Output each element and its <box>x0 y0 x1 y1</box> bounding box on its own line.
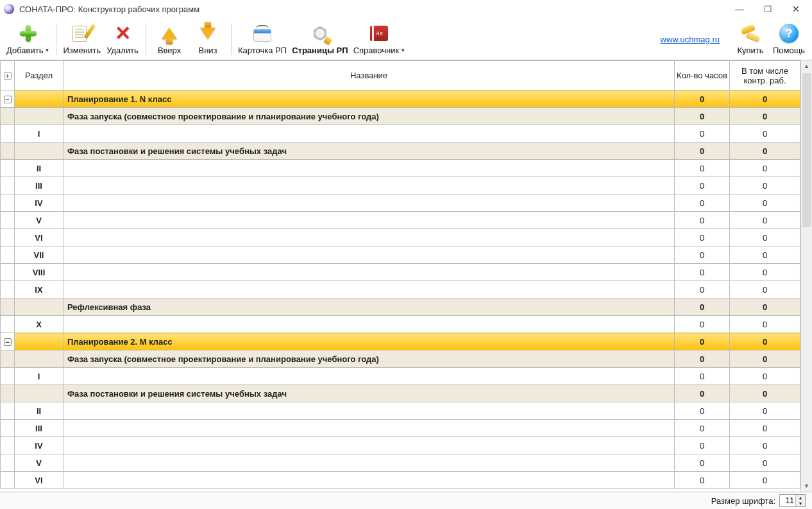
name-cell[interactable] <box>63 177 675 194</box>
add-button[interactable]: Добавить▼ <box>4 21 52 58</box>
table-row[interactable]: I00 <box>1 368 800 385</box>
hours-cell[interactable]: 0 <box>675 402 730 420</box>
table-row[interactable]: Фаза запуска (совместное проектирование … <box>1 350 800 368</box>
name-cell[interactable] <box>63 264 675 281</box>
name-cell[interactable] <box>63 472 675 489</box>
table-row[interactable]: II00 <box>1 160 800 177</box>
hours-cell[interactable]: 0 <box>675 142 730 160</box>
scroll-thumb[interactable] <box>802 73 811 227</box>
col-name[interactable]: Название <box>63 61 675 91</box>
scroll-up-arrow-icon[interactable]: ▲ <box>801 60 812 72</box>
hours-cell[interactable]: 0 <box>675 108 730 125</box>
hours-cell[interactable]: 0 <box>675 194 730 212</box>
name-cell[interactable]: Фаза постановки и решения системы учебны… <box>63 385 675 402</box>
hours-cell[interactable]: 0 <box>675 281 730 298</box>
col-hours[interactable]: Кол-во часов <box>675 61 730 91</box>
buy-button[interactable]: Купить <box>731 21 770 58</box>
kontrol-cell[interactable]: 0 <box>730 402 800 420</box>
kontrol-cell[interactable]: 0 <box>730 194 800 212</box>
kontrol-cell[interactable]: 0 <box>730 350 800 368</box>
hours-cell[interactable]: 0 <box>675 454 730 472</box>
hours-cell[interactable]: 0 <box>675 212 730 229</box>
name-cell[interactable]: Планирование 2. M класс <box>63 333 675 350</box>
expand-cell[interactable]: − <box>1 333 15 350</box>
table-row[interactable]: IX00 <box>1 281 800 298</box>
table-row[interactable]: −Планирование 1. N класс00 <box>1 91 800 108</box>
planning-table[interactable]: + Раздел Название Кол-во часов В том чис… <box>0 60 800 489</box>
name-cell[interactable] <box>63 125 675 142</box>
font-size-spinner[interactable]: ▲ ▼ <box>779 494 806 507</box>
col-kontrol[interactable]: В том числе контр. раб. <box>730 61 800 91</box>
table-row[interactable]: V00 <box>1 212 800 229</box>
name-cell[interactable] <box>63 194 675 212</box>
kontrol-cell[interactable]: 0 <box>730 333 800 350</box>
name-cell[interactable] <box>63 212 675 229</box>
edit-button[interactable]: Изменить <box>60 21 103 58</box>
name-cell[interactable] <box>63 420 675 437</box>
font-size-input[interactable] <box>780 496 795 505</box>
spinner-down-icon[interactable]: ▼ <box>796 501 805 506</box>
hours-cell[interactable]: 0 <box>675 177 730 194</box>
hours-cell[interactable]: 0 <box>675 229 730 246</box>
table-row[interactable]: III00 <box>1 420 800 437</box>
table-row[interactable]: Фаза постановки и решения системы учебны… <box>1 385 800 402</box>
table-row[interactable]: IV00 <box>1 194 800 212</box>
table-row[interactable]: VI00 <box>1 229 800 246</box>
kontrol-cell[interactable]: 0 <box>730 125 800 142</box>
table-row[interactable]: Фаза постановки и решения системы учебны… <box>1 142 800 160</box>
pages-rp-button[interactable]: Страницы РП <box>289 21 351 58</box>
hours-cell[interactable]: 0 <box>675 420 730 437</box>
kontrol-cell[interactable]: 0 <box>730 264 800 281</box>
kontrol-cell[interactable]: 0 <box>730 472 800 489</box>
kontrol-cell[interactable]: 0 <box>730 437 800 454</box>
col-section[interactable]: Раздел <box>15 61 63 91</box>
name-cell[interactable] <box>63 246 675 264</box>
hours-cell[interactable]: 0 <box>675 316 730 333</box>
table-row[interactable]: VII00 <box>1 246 800 264</box>
table-row[interactable]: I00 <box>1 125 800 142</box>
name-cell[interactable] <box>63 368 675 385</box>
table-row[interactable]: −Планирование 2. M класс00 <box>1 333 800 350</box>
hours-cell[interactable]: 0 <box>675 91 730 108</box>
name-cell[interactable]: Фаза запуска (совместное проектирование … <box>63 108 675 125</box>
help-button[interactable]: ? Помощь <box>770 21 808 58</box>
kontrol-cell[interactable]: 0 <box>730 368 800 385</box>
card-rp-button[interactable]: Карточка РП <box>235 21 289 58</box>
scroll-down-arrow-icon[interactable]: ▼ <box>801 480 812 492</box>
minimize-button[interactable]: — <box>731 3 748 15</box>
hours-cell[interactable]: 0 <box>675 264 730 281</box>
name-cell[interactable]: Фаза запуска (совместное проектирование … <box>63 350 675 368</box>
hours-cell[interactable]: 0 <box>675 246 730 264</box>
kontrol-cell[interactable]: 0 <box>730 316 800 333</box>
name-cell[interactable] <box>63 402 675 420</box>
kontrol-cell[interactable]: 0 <box>730 246 800 264</box>
table-row[interactable]: II00 <box>1 402 800 420</box>
uchmag-link[interactable]: www.uchmag.ru <box>661 35 720 44</box>
name-cell[interactable] <box>63 454 675 472</box>
kontrol-cell[interactable]: 0 <box>730 298 800 316</box>
hours-cell[interactable]: 0 <box>675 125 730 142</box>
hours-cell[interactable]: 0 <box>675 333 730 350</box>
maximize-button[interactable]: ☐ <box>759 3 776 15</box>
collapse-icon[interactable]: − <box>4 96 12 103</box>
name-cell[interactable] <box>63 229 675 246</box>
name-cell[interactable]: Рефлексивная фаза <box>63 298 675 316</box>
kontrol-cell[interactable]: 0 <box>730 281 800 298</box>
kontrol-cell[interactable]: 0 <box>730 229 800 246</box>
collapse-icon[interactable]: − <box>4 338 12 346</box>
vertical-scrollbar[interactable]: ▲ ▼ <box>800 60 812 492</box>
reference-button[interactable]: Aa Справочник▼ <box>351 21 408 58</box>
hours-cell[interactable]: 0 <box>675 160 730 177</box>
delete-button[interactable]: ✕ Удалить <box>103 21 142 58</box>
hours-cell[interactable]: 0 <box>675 385 730 402</box>
close-button[interactable]: ✕ <box>788 3 804 15</box>
hours-cell[interactable]: 0 <box>675 368 730 385</box>
kontrol-cell[interactable]: 0 <box>730 454 800 472</box>
col-expand[interactable]: + <box>1 61 15 91</box>
hours-cell[interactable]: 0 <box>675 350 730 368</box>
spinner-up-icon[interactable]: ▲ <box>796 495 805 501</box>
hours-cell[interactable]: 0 <box>675 437 730 454</box>
table-row[interactable]: VI00 <box>1 472 800 489</box>
kontrol-cell[interactable]: 0 <box>730 108 800 125</box>
name-cell[interactable] <box>63 316 675 333</box>
